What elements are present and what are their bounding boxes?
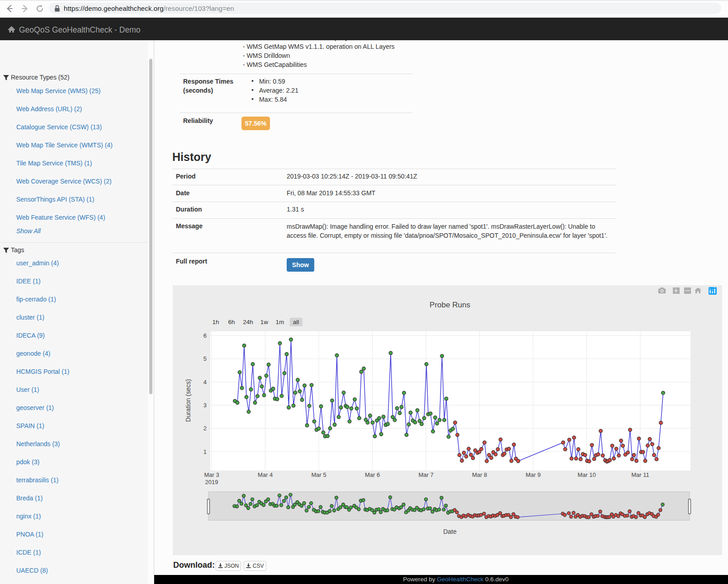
svg-text:1m: 1m bbox=[276, 319, 284, 325]
svg-text:Mar 7: Mar 7 bbox=[418, 471, 433, 478]
svg-text:all: all bbox=[293, 319, 299, 325]
svg-text:2019: 2019 bbox=[205, 479, 218, 485]
svg-text:Mar 3: Mar 3 bbox=[204, 471, 219, 478]
svg-text:4: 4 bbox=[203, 379, 207, 386]
svg-text:Duration (secs): Duration (secs) bbox=[184, 379, 192, 422]
svg-text:Mar 9: Mar 9 bbox=[525, 471, 540, 478]
svg-text:Mar 6: Mar 6 bbox=[365, 471, 380, 478]
svg-text:3: 3 bbox=[203, 402, 207, 409]
svg-text:6: 6 bbox=[203, 332, 207, 339]
svg-text:6h: 6h bbox=[228, 319, 235, 325]
svg-text:Mar 8: Mar 8 bbox=[472, 471, 487, 478]
svg-text:Probe Runs: Probe Runs bbox=[430, 301, 470, 309]
svg-text:Mar 11: Mar 11 bbox=[631, 471, 649, 478]
svg-text:Mar 4: Mar 4 bbox=[258, 471, 273, 478]
svg-text:Date: Date bbox=[443, 528, 457, 535]
svg-text:24h: 24h bbox=[243, 319, 253, 325]
svg-text:1w: 1w bbox=[260, 319, 269, 325]
svg-text:Mar 10: Mar 10 bbox=[577, 471, 596, 478]
svg-text:1: 1 bbox=[203, 448, 207, 455]
svg-text:2: 2 bbox=[203, 425, 207, 432]
svg-text:5: 5 bbox=[203, 355, 207, 362]
svg-text:Mar 5: Mar 5 bbox=[311, 471, 326, 478]
svg-text:1h: 1h bbox=[212, 319, 219, 325]
